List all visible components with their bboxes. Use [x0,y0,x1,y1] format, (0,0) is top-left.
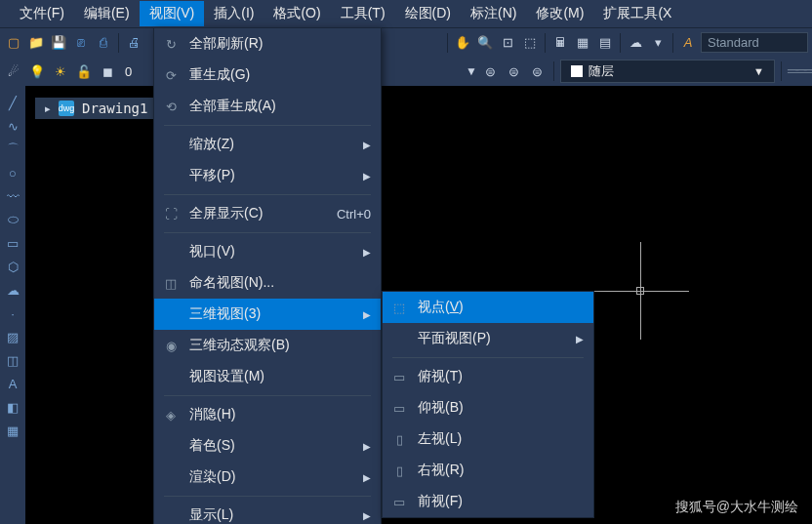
new-icon[interactable]: ▢ [4,33,23,53]
menu-2[interactable]: 视图(V) [140,1,205,26]
lock-icon[interactable]: 🔓 [74,61,94,81]
plot-icon[interactable]: ⎙ [94,33,113,53]
menu-item[interactable]: 渲染(D)▶ [154,462,381,493]
menu-item[interactable]: 视口(V)▶ [154,236,381,267]
lm3-icon[interactable]: ⊜ [528,61,548,81]
menu-item[interactable]: ↻全部刷新(R) [154,28,381,60]
pan-icon[interactable]: ✋ [453,33,472,53]
menu-item[interactable]: ▭仰视(B) [383,392,593,423]
cloud-icon[interactable]: ☁ [4,281,21,299]
menu-8[interactable]: 修改(M) [526,1,593,26]
view-dropdown: ↻全部刷新(R)⟳重生成(G)⟲全部重生成(A)缩放(Z)▶平移(P)▶⛶全屏显… [153,27,382,524]
menu-item[interactable]: 平面视图(P)▶ [383,323,593,354]
cloud-icon[interactable]: ☁ [626,33,645,53]
rect-icon[interactable]: ▭ [4,234,21,252]
ellipse-icon[interactable]: ⬭ [4,211,21,228]
block-icon[interactable]: ◧ [4,398,21,416]
menu-item[interactable]: 三维视图(3)▶ [154,299,381,330]
grid-icon[interactable]: ▦ [573,33,592,53]
lm2-icon[interactable]: ⊜ [505,61,524,81]
text-icon[interactable]: A [4,375,21,392]
menu-5[interactable]: 工具(T) [331,1,395,26]
menu-item[interactable]: 缩放(Z)▶ [154,129,381,160]
saveall-icon[interactable]: ⎚ [71,33,91,53]
menu-7[interactable]: 标注(N) [461,1,526,26]
tab-label: Drawing1 [82,101,147,116]
toolbar-main: ▢ 📁 💾 ⎚ ⎙ 🖨 ✋ 🔍 ⊡ ⬚ 🖩 ▦ ▤ ☁ ▾ A Standard [0,27,812,57]
lineweight-icon[interactable]: ═══ [788,62,812,80]
menu-item[interactable]: 平移(P)▶ [154,160,381,191]
watermark: 搜狐号@大水牛测绘 [675,499,798,516]
menu-1[interactable]: 编辑(E) [74,1,140,26]
menu-item[interactable]: ◫命名视图(N)... [154,267,381,299]
menu-item[interactable]: ◈消隐(H) [154,399,381,430]
style-input[interactable]: Standard [701,32,808,53]
layer-name: 随层 [589,62,614,80]
color-swatch [571,65,583,77]
menubar: 文件(F)编辑(E)视图(V)插入(I)格式(O)工具(T)绘图(D)标注(N)… [0,0,812,27]
zoomwin-icon[interactable]: ⊡ [498,33,517,53]
menu-item[interactable]: 显示(L)▶ [154,500,381,524]
arc-icon[interactable]: ⌒ [4,141,21,158]
menu-item[interactable]: 视图设置(M) [154,361,381,392]
prop-icon[interactable]: ▤ [595,33,615,53]
line-icon[interactable]: ╱ [4,94,21,111]
menu-item[interactable]: 着色(S)▶ [154,430,381,462]
drop-icon[interactable]: ▾ [648,33,668,53]
polygon-icon[interactable]: ⬡ [4,258,21,275]
menu-item[interactable]: ⛶全屏显示(C)Ctrl+0 [154,198,381,229]
menu-item[interactable]: ⬚视点(V) [383,292,593,323]
hatch-icon[interactable]: ▨ [4,328,21,345]
tab-caret: ▸ [45,102,51,115]
print-icon[interactable]: 🖨 [124,33,143,53]
pline-icon[interactable]: ∿ [4,117,21,135]
drop-arrow[interactable]: ▼ [466,64,477,78]
color-icon[interactable]: ◼ [98,61,117,81]
textstyle-icon[interactable]: A [678,33,698,53]
menu-item[interactable]: ▯左视(L) [383,423,593,455]
table-icon[interactable]: ▦ [4,422,21,439]
circle-icon[interactable]: ○ [4,164,21,181]
tool-sidebar: ╱ ∿ ⌒ ○ 〰 ⬭ ▭ ⬡ ☁ · ▨ ◫ A ◧ ▦ [0,86,25,524]
menu-item[interactable]: ▭俯视(T) [383,361,593,392]
layer-icon[interactable]: ☄ [4,61,23,81]
zoomext-icon[interactable]: ⬚ [520,33,540,53]
zoom-icon[interactable]: 🔍 [475,33,495,53]
save-icon[interactable]: 💾 [49,33,68,53]
layer-zero: 0 [125,64,132,79]
menu-item[interactable]: ⟲全部重生成(A) [154,91,381,122]
layer-select[interactable]: 随层 ▼ [560,60,775,83]
spline-icon[interactable]: 〰 [4,187,21,205]
dwg-icon: dwg [59,101,74,116]
point-icon[interactable]: · [4,304,21,322]
menu-6[interactable]: 绘图(D) [395,1,461,26]
drawing-tab[interactable]: ▸ dwg Drawing1 [35,98,157,119]
menu-4[interactable]: 格式(O) [264,1,330,26]
toolbar-layer: ☄ 💡 ☀ 🔓 ◼ 0 ▼ ⊜ ⊜ ⊜ 随层 ▼ ═══ [0,57,812,86]
3dview-submenu: ⬚视点(V)平面视图(P)▶▭俯视(T)▭仰视(B)▯左视(L)▯右视(R)▭前… [382,291,594,518]
lm1-icon[interactable]: ⊜ [481,61,501,81]
menu-3[interactable]: 插入(I) [204,1,264,26]
region-icon[interactable]: ◫ [4,351,21,369]
menu-9[interactable]: 扩展工具(X [593,1,681,26]
menu-0[interactable]: 文件(F) [10,1,74,26]
menu-item[interactable]: ▭前视(F) [383,486,593,517]
menu-item[interactable]: ▯右视(R) [383,455,593,486]
sun-icon[interactable]: ☀ [51,61,70,81]
bulb-icon[interactable]: 💡 [27,61,47,81]
menu-item[interactable]: ◉三维动态观察(B) [154,330,381,361]
menu-item[interactable]: ⟳重生成(G) [154,60,381,91]
open-icon[interactable]: 📁 [26,33,46,53]
calc-icon[interactable]: 🖩 [550,33,570,53]
